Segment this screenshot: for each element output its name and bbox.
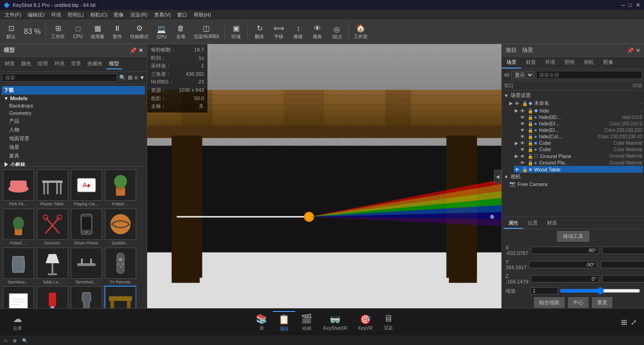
scene-hide-el[interactable]: 👁 🔓 ● hide(El... Color:230:230:230 (519, 127, 643, 133)
asset-scissors[interactable]: Scissors (36, 208, 68, 247)
move-tool-btn[interactable]: 移动工具 (557, 231, 589, 242)
scene-hide-group[interactable]: ▶ 👁 🔓 ◆ hide - (514, 107, 643, 114)
lock-hideef[interactable]: 🔓 (528, 121, 533, 126)
eye-hideel[interactable]: 👁 (520, 128, 527, 132)
rp-tab-image[interactable]: 图像 (598, 57, 618, 68)
scene-display-select[interactable]: 显示 (511, 71, 534, 79)
menu-file[interactable]: 文件(F) (2, 11, 24, 19)
tab-texture[interactable]: 纹理 (35, 59, 51, 69)
tree-background[interactable]: 地面背景 (7, 134, 145, 143)
tree-scene[interactable]: 场景 (7, 143, 145, 152)
toolbar-roll[interactable]: ↻ 翻滚 (250, 23, 269, 41)
toolbar-default[interactable]: ⊡ 默认 (2, 23, 20, 41)
menu-env[interactable]: 环境 (48, 11, 64, 19)
eye-cube[interactable]: 👁 (520, 141, 527, 145)
bottom-project[interactable]: 📋 项目 (273, 311, 295, 334)
menu-light[interactable]: 照明(L) (65, 11, 86, 19)
lock-hide[interactable]: 🔓 (528, 108, 533, 113)
toolbar-view[interactable]: 👁 视角 (308, 23, 327, 41)
tree-grove[interactable]: ▶ 小树林 (2, 160, 145, 167)
tab-bg[interactable]: 背景 (68, 59, 84, 69)
close-btn[interactable]: ✕ (636, 2, 640, 8)
search-icon[interactable]: 🔍 (119, 74, 126, 81)
grid-icon[interactable]: ⊞ (621, 318, 627, 327)
bottom-animation[interactable]: 🎬 动画 (295, 311, 318, 334)
asset-wine-glass[interactable]: Wine Glass (70, 285, 102, 308)
menu-view[interactable]: 查看(V) (151, 11, 174, 19)
lock-cube-child[interactable]: 🔓 (528, 147, 533, 152)
toolbar-push[interactable]: ↕ 推移 (289, 23, 307, 41)
props-y-scale[interactable] (601, 261, 644, 268)
props-tab-material[interactable]: 材质 (542, 218, 562, 229)
tab-color[interactable]: 颜色 (18, 59, 34, 69)
eye-unnamed[interactable]: 👁 (515, 101, 521, 106)
asset-potted-1[interactable]: Potted ... (104, 169, 136, 208)
lock-ground-child[interactable]: 🔓 (528, 160, 533, 165)
rp-tab-lighting[interactable]: 照明 (560, 57, 579, 68)
eye-cube-child[interactable]: 👁 (520, 147, 527, 152)
scene-search-input[interactable] (536, 71, 642, 79)
asset-playing-car[interactable]: A♠ Playing Car... (70, 169, 102, 208)
scene-hide-0d[interactable]: 👁 🔓 ● hide(0D... hide:0:0:0 (519, 114, 643, 120)
toolbar-region[interactable]: ▣ 区域 (227, 23, 245, 41)
props-x-scale[interactable] (602, 247, 644, 254)
eye-ground[interactable]: 👁 (520, 154, 527, 158)
fullscreen-icon[interactable]: ⤢ (631, 318, 637, 327)
eye-hideef[interactable]: 👁 (520, 121, 527, 126)
toolbar-zoom[interactable]: 83 % (21, 27, 43, 38)
scale-slider[interactable] (560, 287, 640, 294)
props-z-rot[interactable] (531, 275, 599, 283)
minimize-btn[interactable]: ─ (621, 2, 625, 8)
scale-input[interactable] (530, 287, 558, 294)
maximize-btn[interactable]: □ (629, 2, 632, 8)
tree-product[interactable]: 产品 (7, 117, 145, 125)
tree-models[interactable]: ▼ Models (2, 95, 145, 102)
props-tab-attrs[interactable]: 属性 (504, 218, 523, 229)
eye-hide0d[interactable]: 👁 (520, 115, 527, 119)
scene-camera-section[interactable]: ▼ 相机 (503, 173, 643, 181)
toolbar-rendernurbs[interactable]: ◫ 渲染NURBS (191, 23, 222, 41)
scene-wood-table[interactable]: 👁 🔓 ◆ Wood Table - (514, 166, 643, 173)
tree-furniture[interactable]: 家具 (7, 152, 145, 160)
asset-stemless[interactable]: Stemless... (2, 247, 34, 286)
props-x-rot[interactable] (531, 247, 599, 254)
asset-smartphone[interactable]: Smart Phone (70, 208, 102, 247)
tree-person[interactable]: 人物 (7, 125, 145, 134)
tree-download[interactable]: 下载 (2, 86, 145, 95)
scene-unnamed[interactable]: ▶ 👁 🔓 ◆ 未命名 - (508, 99, 643, 107)
toolbar-dequeue[interactable]: 🗑 去堆 (172, 23, 190, 41)
rp-pin[interactable]: 📌 (627, 47, 634, 54)
bottom-cloud[interactable]: ☁ 云库 (7, 311, 28, 334)
tree-backdrops[interactable]: Backdrops (7, 102, 145, 109)
tab-material[interactable]: 材质 (2, 59, 17, 69)
menu-render[interactable]: 渲染(R) (127, 11, 150, 19)
bottom-ksxr[interactable]: 🥽 KeyShotXR (318, 312, 353, 333)
scene-ground[interactable]: ▶ 👁 🔓 ◻ Ground Plane Ground Material (514, 153, 643, 159)
collapse-btn[interactable]: ◀ (494, 170, 501, 183)
bottom-keyvr[interactable]: 🎯 KeyVR (353, 312, 378, 333)
rp-close[interactable]: ✕ (636, 47, 640, 54)
lock-hidecol[interactable]: 🔓 (528, 134, 533, 139)
rp-tab-scene[interactable]: 场景 (502, 57, 521, 68)
tab-favorites[interactable]: 收藏夹 (85, 59, 105, 69)
toolbar-studio[interactable]: 🏠 工作室 (351, 23, 370, 41)
menu-edit[interactable]: 编辑(E) (25, 11, 47, 19)
lock-wood-table[interactable]: 🔓 (522, 167, 528, 172)
menu-image[interactable]: 图像 (111, 11, 126, 19)
toolbar-pause[interactable]: ⏸ 暂停 (108, 23, 126, 41)
toolbar-workspace[interactable]: ⊞ 工作区 (48, 23, 68, 41)
toolbar-gpu[interactable]: 💻 GPU (152, 24, 171, 40)
menu-window[interactable]: 窗口 (174, 11, 190, 19)
search-input[interactable] (2, 74, 117, 82)
menu-help[interactable]: 帮助(H) (191, 11, 213, 19)
lock-hideel[interactable]: 🔓 (528, 128, 533, 132)
scene-cube[interactable]: ▶ 👁 🔓 ■ Cube Cube Material (514, 140, 643, 146)
scene-scene-settings[interactable]: ▼ 场景设置 (503, 91, 643, 99)
grid-view-icon[interactable]: ⊞ (128, 74, 132, 81)
tab-env[interactable]: 环境 (52, 59, 67, 69)
status-grid-icon[interactable]: ⊞ (4, 338, 7, 343)
lock-cube[interactable]: 🔓 (528, 141, 533, 145)
tab-model[interactable]: 模型 (106, 59, 122, 69)
asset-tarnished[interactable]: Tarnished... (70, 247, 102, 286)
title-controls[interactable]: ─ □ ✕ (621, 2, 640, 8)
